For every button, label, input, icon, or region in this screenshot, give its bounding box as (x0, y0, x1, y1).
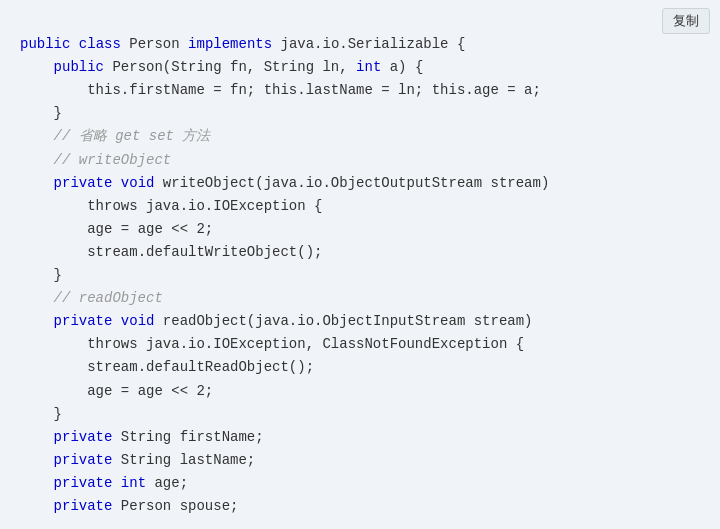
comment-writeobject: // writeObject (54, 152, 172, 168)
class-name: Person (129, 36, 179, 52)
age-shift-2: age = age << 2; (87, 383, 213, 399)
age-shift-1: age = age << 2; (87, 221, 213, 237)
implements-keyword: implements java.io.Serializable { (188, 36, 465, 52)
default-write: stream.defaultWriteObject(); (87, 244, 322, 260)
field-spouse: Person spouse; (121, 498, 239, 514)
close-brace-3: } (54, 406, 62, 422)
kw-void-1: void (121, 175, 155, 191)
kw-private-3: private (54, 429, 113, 445)
field-lastname: String lastName; (121, 452, 255, 468)
throws-2: throws java.io.IOException, ClassNotFoun… (87, 336, 524, 352)
constructor-sig: Person(String fn, String ln, int a) { (112, 59, 423, 75)
kw-private-2: private (54, 313, 113, 329)
copy-button[interactable]: 复制 (662, 8, 710, 34)
kw-private-6: private (54, 498, 113, 514)
writeobject-sig: writeObject(java.io.ObjectOutputStream s… (163, 175, 549, 191)
kw-private-5: private (54, 475, 113, 491)
field-firstname: String firstName; (121, 429, 264, 445)
kw-int: int (121, 475, 146, 491)
kw-void-2: void (121, 313, 155, 329)
code-block: public class Person implements java.io.S… (20, 10, 720, 518)
readobject-sig: readObject(java.io.ObjectInputStream str… (163, 313, 533, 329)
comment-getset: // 省略 get set 方法 (54, 128, 211, 144)
default-read: stream.defaultReadObject(); (87, 359, 314, 375)
kw-public-1: public (54, 59, 104, 75)
keyword-class: class (79, 36, 121, 52)
close-brace-2: } (54, 267, 62, 283)
code-container: 复制 public class Person implements java.i… (0, 0, 720, 529)
kw-private-4: private (54, 452, 113, 468)
throws-1: throws java.io.IOException { (87, 198, 322, 214)
kw-private-1: private (54, 175, 113, 191)
keyword-public: public (20, 36, 70, 52)
close-brace-1: } (54, 105, 62, 121)
comment-readobject: // readObject (54, 290, 163, 306)
field-age: age; (154, 475, 188, 491)
constructor-body: this.firstName = fn; this.lastName = ln;… (87, 82, 541, 98)
